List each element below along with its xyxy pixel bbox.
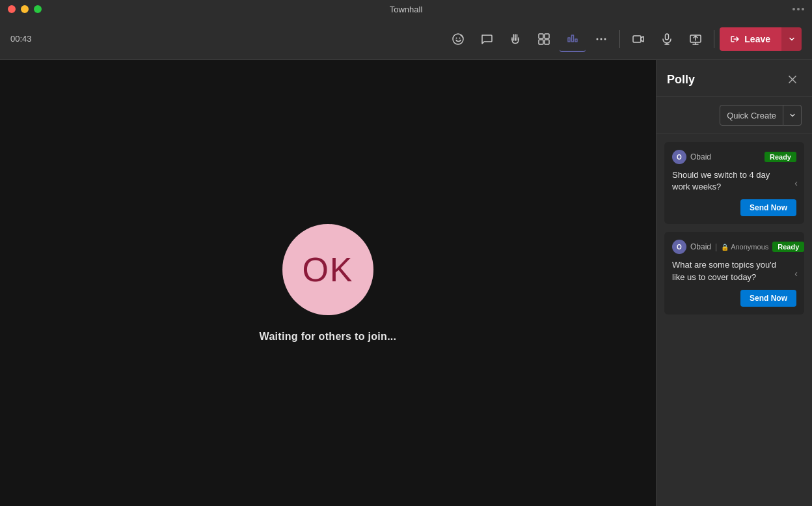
quick-create-dropdown-button[interactable] bbox=[783, 105, 802, 126]
svg-rect-3 bbox=[539, 34, 543, 38]
polls-list: O Obaid Ready Should we switch to 4 day … bbox=[656, 134, 812, 506]
poll-header-separator: | bbox=[715, 242, 717, 251]
raise-hand-button[interactable] bbox=[502, 26, 528, 52]
svg-rect-11 bbox=[666, 34, 669, 40]
poll-question: What are some topics you'd like us to co… bbox=[672, 259, 796, 283]
camera-button[interactable] bbox=[625, 26, 651, 52]
svg-point-7 bbox=[597, 38, 599, 40]
poll-chevron-icon: ‹ bbox=[794, 268, 798, 279]
svg-point-9 bbox=[604, 38, 606, 40]
main-content: OK Waiting for others to join... Polly Q… bbox=[0, 60, 812, 506]
more-button[interactable] bbox=[588, 26, 614, 52]
view-button[interactable] bbox=[531, 26, 557, 52]
svg-rect-4 bbox=[545, 34, 549, 38]
ready-badge: Ready bbox=[772, 242, 804, 252]
poll-card: O Obaid | 🔒 Anonymous Ready What are som… bbox=[664, 232, 804, 314]
avatar-initials: OK bbox=[302, 250, 353, 289]
panel-title: Polly bbox=[667, 73, 695, 87]
quick-create-group: Quick Create bbox=[720, 105, 802, 126]
poll-anonymous-label: 🔒 Anonymous bbox=[721, 243, 768, 251]
maximize-window-button[interactable] bbox=[34, 5, 42, 13]
poll-card-header: O Obaid | 🔒 Anonymous Ready bbox=[672, 240, 796, 254]
poll-avatar: O bbox=[672, 240, 686, 254]
poll-author: Obaid bbox=[690, 242, 711, 251]
mic-button[interactable] bbox=[654, 26, 680, 52]
svg-point-0 bbox=[453, 34, 463, 44]
toolbar-separator-2 bbox=[714, 30, 714, 48]
panel-header: Polly bbox=[656, 60, 812, 97]
toolbar-separator bbox=[619, 30, 620, 48]
chat-button[interactable] bbox=[474, 26, 500, 52]
titlebar-menu[interactable] bbox=[792, 8, 804, 10]
send-now-button[interactable]: Send Now bbox=[740, 290, 796, 307]
avatar: OK bbox=[282, 224, 373, 315]
poll-question: Should we switch to 4 day work weeks? bbox=[672, 169, 796, 193]
close-panel-button[interactable] bbox=[783, 70, 802, 89]
minimize-window-button[interactable] bbox=[21, 5, 29, 13]
polly-panel: Polly Quick Create bbox=[656, 60, 812, 506]
window-controls bbox=[8, 5, 42, 13]
ready-badge: Ready bbox=[765, 152, 796, 162]
leave-button-group: Leave bbox=[720, 27, 802, 51]
poll-avatar: O bbox=[672, 150, 686, 164]
svg-point-8 bbox=[601, 38, 602, 40]
leave-label: Leave bbox=[744, 34, 770, 44]
window-title: Townhall bbox=[390, 5, 423, 14]
svg-rect-10 bbox=[633, 36, 641, 42]
quick-create-button[interactable]: Quick Create bbox=[720, 105, 783, 126]
poll-card: O Obaid Ready Should we switch to 4 day … bbox=[664, 142, 804, 224]
svg-rect-6 bbox=[545, 40, 549, 44]
share-button[interactable] bbox=[683, 26, 709, 52]
leave-button[interactable]: Leave bbox=[720, 27, 781, 51]
poll-author: Obaid bbox=[690, 152, 711, 162]
video-area: OK Waiting for others to join... bbox=[0, 60, 656, 506]
polls-button[interactable] bbox=[560, 26, 586, 52]
close-window-button[interactable] bbox=[8, 5, 16, 13]
svg-rect-14 bbox=[690, 35, 701, 42]
svg-point-2 bbox=[459, 37, 461, 38]
leave-dropdown-button[interactable] bbox=[781, 27, 802, 51]
poll-card-header: O Obaid Ready bbox=[672, 150, 796, 164]
toolbar: 00:43 bbox=[0, 18, 812, 60]
reactions-button[interactable] bbox=[445, 26, 471, 52]
waiting-text: Waiting for others to join... bbox=[260, 331, 397, 343]
quick-create-row: Quick Create bbox=[656, 97, 812, 134]
svg-rect-5 bbox=[539, 40, 543, 44]
call-timer: 00:43 bbox=[10, 34, 36, 44]
lock-icon: 🔒 bbox=[721, 244, 729, 251]
send-now-button[interactable]: Send Now bbox=[740, 199, 796, 216]
poll-chevron-icon: ‹ bbox=[794, 178, 798, 188]
svg-point-1 bbox=[456, 37, 457, 38]
titlebar: Townhall bbox=[0, 0, 812, 18]
